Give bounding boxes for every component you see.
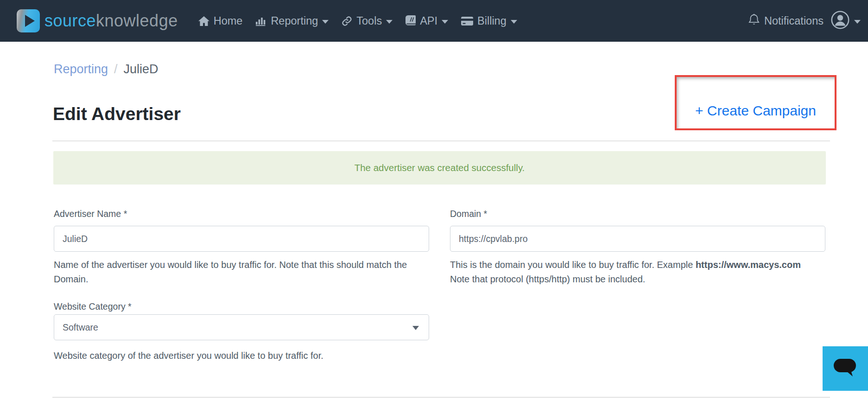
website-category-help: Website category of the advertiser you w… [54,349,429,363]
create-campaign-button[interactable]: + Create Campaign [695,103,816,119]
website-category-select[interactable]: Software [54,314,429,340]
nav-item-api[interactable]: API [405,15,448,27]
main-nav: Home Reporting Tools API [198,15,517,27]
chat-bubble-icon [833,357,858,380]
edit-advertiser-page: sourceknowledge Home Reporting Too [0,0,868,401]
top-navbar: sourceknowledge Home Reporting Too [0,0,868,42]
navbar-right: Notifications [748,11,861,31]
nav-item-home[interactable]: Home [198,15,243,27]
caret-down-icon [442,20,448,24]
form-column-right: Domain * This is the domain you would li… [450,209,825,286]
caret-down-icon [854,20,861,24]
nav-item-label: Tools [356,15,382,27]
success-alert: The advertiser was created successfully. [53,151,826,185]
domain-label: Domain * [450,209,825,219]
advertiser-name-label: Advertiser Name * [54,209,429,219]
breadcrumb-current: JulieD [124,62,158,76]
page-title: Edit Advertiser [53,104,181,124]
book-icon [405,15,416,26]
form-column-left: Advertiser Name * Name of the advertiser… [54,209,429,363]
website-category-label: Website Category * [54,301,429,312]
link-icon [342,16,352,26]
success-alert-message: The advertiser was created successfully. [355,162,525,173]
bottom-divider [52,397,830,398]
caret-down-icon [511,20,517,24]
website-category-value: Software [63,322,98,333]
domain-help-text: This is the domain you would like to buy… [450,260,696,270]
advertiser-name-input[interactable] [54,226,429,252]
bar-chart-icon [255,16,266,26]
nav-item-label: Reporting [271,15,318,27]
notifications-label: Notifications [764,15,824,27]
domain-input[interactable] [450,226,825,252]
advertiser-name-help: Name of the advertiser you would like to… [54,258,429,286]
caret-down-icon [322,20,329,24]
domain-help-example: https://www.macys.com [696,260,801,270]
nav-item-reporting[interactable]: Reporting [255,15,329,27]
caret-down-icon [386,20,393,24]
play-logo-icon [17,9,40,32]
nav-item-label: Home [214,15,243,27]
user-menu[interactable] [831,11,861,31]
select-caret-icon [412,326,419,330]
chat-launcher-button[interactable] [823,346,868,391]
notifications-button[interactable]: Notifications [748,13,824,29]
credit-card-icon [461,17,473,25]
domain-help: This is the domain you would like to buy… [450,258,825,286]
nav-item-label: Billing [477,15,507,27]
breadcrumb: Reporting/JulieD [54,62,158,76]
create-campaign-annotation: + Create Campaign [675,75,836,130]
nav-item-billing[interactable]: Billing [461,15,517,27]
home-icon [198,16,209,26]
logo-text: sourceknowledge [44,13,178,29]
nav-item-label: API [420,15,437,27]
top-divider [52,140,830,141]
bell-icon [748,13,760,29]
nav-item-tools[interactable]: Tools [342,15,393,27]
avatar-icon [831,11,849,31]
breadcrumb-link-reporting[interactable]: Reporting [54,62,108,76]
breadcrumb-separator: / [114,62,118,76]
domain-help-note: Note that protocol (https/http) must be … [450,272,825,286]
sourceknowledge-logo[interactable]: sourceknowledge [17,9,178,32]
